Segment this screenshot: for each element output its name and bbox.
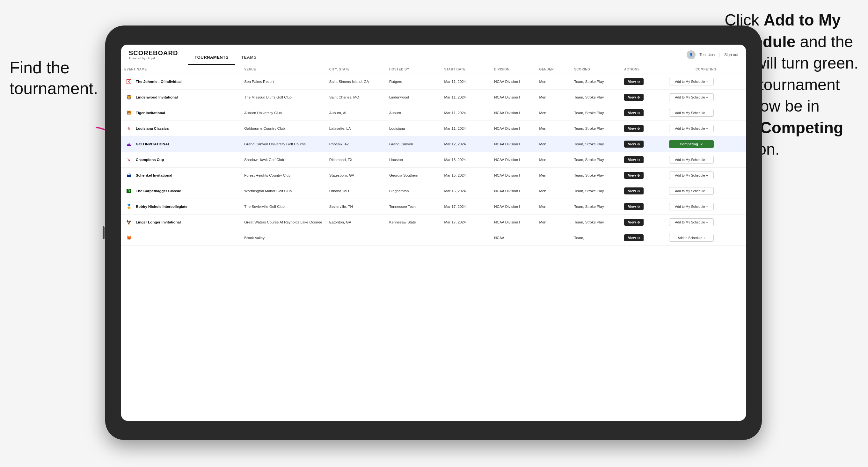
sign-out-link[interactable]: Sign out bbox=[724, 53, 738, 57]
col-header-hosted: HOSTED BY bbox=[386, 65, 441, 74]
table-row: 🐯 Tiger Invitational Auburn University C… bbox=[121, 105, 746, 121]
view-button[interactable]: View ⊙ bbox=[624, 125, 644, 132]
add-schedule-button[interactable]: Add to My Schedule + bbox=[669, 93, 714, 101]
cell-event: 🏔 Schenkel Invitational bbox=[121, 168, 241, 183]
cell-actions: View ⊙ bbox=[621, 105, 666, 121]
cell-division: NCAA Division I bbox=[491, 183, 536, 199]
add-schedule-button[interactable]: Add to My Schedule + bbox=[669, 78, 714, 86]
cell-competing: Add to My Schedule + bbox=[666, 215, 746, 230]
competing-button[interactable]: Competing ✓ bbox=[669, 140, 714, 148]
nav-right: 👤 Test User | Sign out bbox=[687, 50, 738, 59]
cell-event: 🏅 Bobby Nichols Intercollegiate bbox=[121, 199, 241, 215]
add-schedule-button[interactable]: Add to My Schedule + bbox=[669, 125, 714, 132]
cell-gender: Men bbox=[536, 215, 571, 230]
view-icon: ⊙ bbox=[637, 127, 640, 130]
view-button[interactable]: View ⊙ bbox=[624, 141, 644, 148]
cell-hosted: Binghamton bbox=[386, 183, 441, 199]
view-button[interactable]: View ⊙ bbox=[624, 94, 644, 101]
view-icon: ⊙ bbox=[637, 80, 640, 84]
cell-division: NCAA Division I bbox=[491, 152, 536, 168]
cell-actions: View ⊙ bbox=[621, 199, 666, 215]
cell-competing: Competing ✓ bbox=[666, 136, 746, 152]
view-button[interactable]: View ⊙ bbox=[624, 219, 644, 226]
cell-date bbox=[441, 230, 491, 246]
cell-event: ⛰ GCU INVITATIONAL bbox=[121, 136, 241, 152]
tournaments-table: EVENT NAME VENUE CITY, STATE HOSTED BY S… bbox=[121, 65, 746, 246]
add-schedule-button[interactable]: Add to My Schedule + bbox=[669, 187, 714, 195]
add-schedule-button[interactable]: Add to My Schedule + bbox=[669, 156, 714, 163]
cell-division: NCAA Division I bbox=[491, 168, 536, 183]
tab-teams[interactable]: TEAMS bbox=[235, 55, 263, 65]
cell-venue: Shadow Hawk Golf Club bbox=[241, 152, 326, 168]
table-row: ⛰ GCU INVITATIONAL Grand Canyon Universi… bbox=[121, 136, 746, 152]
cell-division: NCAA Division I bbox=[491, 199, 536, 215]
cell-event: 🦁 Lindenwood Invitational bbox=[121, 90, 241, 105]
school-logo: 🐯 bbox=[124, 108, 133, 117]
event-name: Lindenwood Invitational bbox=[136, 95, 178, 99]
cell-scoring: Team, Stroke Play bbox=[571, 121, 621, 136]
add-schedule-button[interactable]: Add to My Schedule + bbox=[669, 203, 714, 210]
cell-division: NCAA Division I bbox=[491, 215, 536, 230]
event-name: Linger Longer Invitational bbox=[136, 220, 181, 224]
add-schedule-button[interactable]: Add to My Schedule + bbox=[669, 109, 714, 117]
add-schedule-button[interactable]: Add to My Schedule + bbox=[669, 218, 714, 226]
school-logo: 🏔 bbox=[124, 171, 133, 180]
add-schedule-button[interactable]: Add to My Schedule + bbox=[669, 172, 714, 179]
school-logo: 🏅 bbox=[124, 202, 133, 211]
view-button[interactable]: View ⊙ bbox=[624, 78, 644, 85]
cell-date: Mar 12, 2024 bbox=[441, 136, 491, 152]
cell-date: Mar 16, 2024 bbox=[441, 183, 491, 199]
cell-division: NCAA Division I bbox=[491, 74, 536, 90]
cell-hosted: Grand Canyon bbox=[386, 136, 441, 152]
cell-gender: Men bbox=[536, 199, 571, 215]
view-button[interactable]: View ⊙ bbox=[624, 203, 644, 210]
cell-date: Mar 11, 2024 bbox=[441, 105, 491, 121]
school-logo: ⚔ bbox=[124, 155, 133, 164]
school-logo: 🅁 bbox=[124, 77, 133, 86]
cell-event: 🦊 bbox=[121, 230, 241, 246]
cell-gender: Men bbox=[536, 136, 571, 152]
cell-event: 🦅 Linger Longer Invitational bbox=[121, 215, 241, 230]
view-button[interactable]: View ⊙ bbox=[624, 234, 644, 241]
add-schedule-label: Add to My Schedule + bbox=[675, 174, 708, 177]
cell-gender: Men bbox=[536, 168, 571, 183]
view-icon: ⊙ bbox=[637, 189, 640, 193]
view-icon: ⊙ bbox=[637, 143, 640, 146]
add-schedule-label: Add to My Schedule + bbox=[675, 95, 708, 99]
cell-venue: Great Waters Course At Reynolds Lake Oco… bbox=[241, 215, 326, 230]
cell-date: Mar 11, 2024 bbox=[441, 74, 491, 90]
left-annotation: Find the tournament. bbox=[9, 57, 98, 99]
cell-competing: Add to My Schedule + bbox=[666, 121, 746, 136]
cell-event: ⚔ Champions Cup bbox=[121, 152, 241, 168]
cell-event: 🅁 The Johnnie - O Individual bbox=[121, 74, 241, 90]
cell-actions: View ⊙ bbox=[621, 183, 666, 199]
cell-scoring: Team, Stroke Play bbox=[571, 183, 621, 199]
add-schedule-button[interactable]: Add to Schedule + bbox=[669, 234, 714, 242]
view-button[interactable]: View ⊙ bbox=[624, 172, 644, 179]
side-nub bbox=[103, 226, 104, 239]
cell-venue: Brook Valley... bbox=[241, 230, 326, 246]
cell-venue: Grand Canyon University Golf Course bbox=[241, 136, 326, 152]
add-schedule-label: Add to My Schedule + bbox=[675, 127, 708, 130]
school-logo: 🅱 bbox=[124, 186, 133, 195]
cell-competing: Add to My Schedule + bbox=[666, 152, 746, 168]
col-header-event: EVENT NAME bbox=[121, 65, 241, 74]
cell-venue: Oakbourne Country Club bbox=[241, 121, 326, 136]
cell-gender: Men bbox=[536, 121, 571, 136]
cell-competing: Add to My Schedule + bbox=[666, 168, 746, 183]
cell-date: Mar 11, 2024 bbox=[441, 121, 491, 136]
view-button[interactable]: View ⊙ bbox=[624, 110, 644, 116]
view-button[interactable]: View ⊙ bbox=[624, 156, 644, 163]
cell-competing: Add to My Schedule + bbox=[666, 74, 746, 90]
cell-division: NCAA bbox=[491, 230, 536, 246]
cell-hosted bbox=[386, 230, 441, 246]
view-icon: ⊙ bbox=[637, 111, 640, 115]
add-schedule-label: Add to My Schedule + bbox=[675, 220, 708, 224]
table-body: 🅁 The Johnnie - O Individual Sea Palms R… bbox=[121, 74, 746, 246]
logo-area: SCOREBOARD Powered by clippd bbox=[129, 50, 178, 60]
view-icon: ⊙ bbox=[637, 205, 640, 209]
view-button[interactable]: View ⊙ bbox=[624, 187, 644, 194]
user-avatar: 👤 bbox=[687, 50, 695, 59]
cell-venue: Sea Palms Resort bbox=[241, 74, 326, 90]
tab-tournaments[interactable]: TOURNAMENTS bbox=[188, 55, 235, 65]
